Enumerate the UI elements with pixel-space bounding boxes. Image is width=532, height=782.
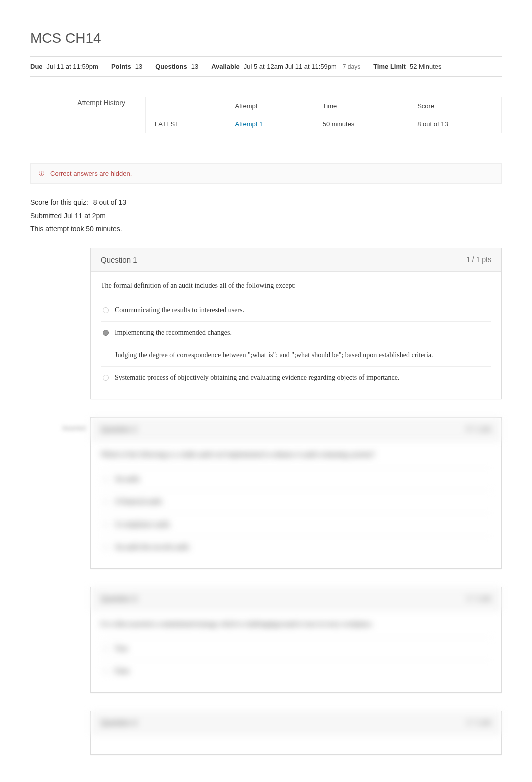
question-text: It is often asserted a commitment/strate… bbox=[101, 620, 491, 628]
attempt-history-table: Attempt Time Score LATEST Attempt 1 50 m… bbox=[145, 97, 502, 133]
answer-option: True bbox=[101, 637, 491, 660]
answer-text: Communicating the results to interested … bbox=[115, 306, 244, 314]
question-card: Question 11 / 1 ptsThe formal definition… bbox=[90, 248, 502, 399]
question-card: Question 41 / 1 pts bbox=[90, 711, 502, 755]
col-score: Score bbox=[408, 97, 501, 115]
answer-option: Judging the degree of correspondence bet… bbox=[101, 344, 491, 366]
summary-score-value: 8 out of 13 bbox=[93, 198, 126, 206]
meta-questions-label: Questions bbox=[155, 63, 187, 70]
answer-text: True bbox=[115, 645, 128, 652]
summary-duration: This attempt took 50 minutes. bbox=[30, 222, 502, 236]
question-card: Question 31 / 1 ptsIt is often asserted … bbox=[90, 587, 502, 693]
col-time: Time bbox=[314, 97, 408, 115]
question-card: IncorrectQuestion 20 / 1 ptsWhich of the… bbox=[90, 417, 502, 569]
attempt-link[interactable]: Attempt 1 bbox=[235, 120, 263, 128]
quiz-title: MCS CH14 bbox=[30, 30, 502, 46]
question-points: 1 / 1 pts bbox=[466, 255, 491, 264]
answer-text: An audit-the-records audit. bbox=[115, 543, 190, 551]
answer-option: A compliance audit. bbox=[101, 513, 491, 536]
question-text: The formal definition of an audit includ… bbox=[101, 282, 491, 290]
radio-icon bbox=[103, 668, 109, 674]
answers-list: An audit.A financial audit.A compliance … bbox=[101, 468, 491, 558]
answer-option: Implementing the recommended changes. bbox=[101, 321, 491, 344]
meta-points-label: Points bbox=[111, 63, 131, 70]
answer-text: Judging the degree of correspondence bet… bbox=[115, 351, 433, 359]
attempt-history-section: Attempt History Attempt Time Score LATES… bbox=[30, 97, 502, 133]
summary-score: Score for this quiz: 8 out of 13 bbox=[30, 196, 502, 209]
answer-text: A financial audit. bbox=[115, 498, 163, 505]
meta-due-value: Jul 11 at 11:59pm bbox=[47, 63, 98, 70]
question-label: Question 2 bbox=[101, 425, 137, 433]
answers-list: TrueFalse bbox=[101, 637, 491, 682]
meta-available-duration: 7 days bbox=[343, 63, 360, 70]
answer-text: False bbox=[115, 667, 130, 675]
meta-questions: Questions 13 bbox=[155, 63, 198, 70]
grade-badge: Incorrect bbox=[58, 425, 86, 432]
meta-available: Available Jul 5 at 12am Jul 11 at 11:59p… bbox=[211, 63, 337, 70]
answer-text: Systematic process of objectively obtain… bbox=[115, 374, 399, 381]
answers-list: Communicating the results to interested … bbox=[101, 299, 491, 389]
meta-available-value: Jul 5 at 12am Jul 11 at 11:59pm bbox=[244, 63, 337, 70]
table-header-row: Attempt Time Score bbox=[146, 97, 502, 115]
radio-icon bbox=[103, 646, 109, 652]
summary-submitted: Submitted Jul 11 at 2pm bbox=[30, 209, 502, 223]
meta-due: Due Jul 11 at 11:59pm bbox=[30, 63, 98, 70]
question-header: Question 20 / 1 pts bbox=[91, 418, 501, 441]
radio-icon bbox=[103, 307, 109, 313]
question-points: 1 / 1 pts bbox=[466, 594, 491, 603]
table-row: LATEST Attempt 1 50 minutes 8 out of 13 bbox=[146, 115, 502, 133]
question-text: Which of the following is a viable audit… bbox=[101, 451, 491, 459]
meta-timelimit-label: Time Limit bbox=[373, 63, 406, 70]
meta-points-value: 13 bbox=[135, 63, 142, 70]
col-attempt: Attempt bbox=[226, 97, 314, 115]
row-latest: LATEST bbox=[146, 115, 226, 133]
question-points: 0 / 1 pts bbox=[466, 425, 491, 433]
radio-icon bbox=[103, 522, 109, 528]
answer-option: False bbox=[101, 660, 491, 682]
question-body: The formal definition of an audit includ… bbox=[91, 272, 501, 399]
question-points: 1 / 1 pts bbox=[466, 718, 491, 727]
col-blank bbox=[146, 97, 226, 115]
meta-due-label: Due bbox=[30, 63, 43, 70]
radio-icon bbox=[103, 544, 109, 550]
meta-timelimit: Time Limit 52 Minutes bbox=[373, 63, 441, 70]
answer-text: Implementing the recommended changes. bbox=[115, 329, 232, 336]
radio-icon bbox=[103, 330, 109, 336]
meta-questions-value: 13 bbox=[191, 63, 198, 70]
quiz-meta-bar: Due Jul 11 at 11:59pm Points 13 Question… bbox=[30, 56, 502, 77]
attempt-history-title: Attempt History bbox=[30, 97, 125, 133]
row-score: 8 out of 13 bbox=[408, 115, 501, 133]
question-header: Question 11 / 1 pts bbox=[91, 248, 501, 272]
answer-text: An audit. bbox=[115, 475, 141, 483]
meta-available-label: Available bbox=[211, 63, 240, 70]
question-label: Question 3 bbox=[101, 594, 137, 603]
notice-text: Correct answers are hidden. bbox=[50, 170, 132, 177]
question-label: Question 4 bbox=[101, 718, 137, 727]
question-body: Which of the following is a viable audit… bbox=[91, 441, 501, 568]
correct-answers-hidden-notice: ⓘ Correct answers are hidden. bbox=[30, 163, 502, 184]
answer-text: A compliance audit. bbox=[115, 520, 171, 528]
summary-score-label: Score for this quiz: bbox=[30, 198, 88, 206]
question-body: It is often asserted a commitment/strate… bbox=[91, 610, 501, 692]
question-label: Question 1 bbox=[101, 255, 137, 264]
radio-icon bbox=[103, 375, 109, 381]
meta-timelimit-value: 52 Minutes bbox=[410, 63, 442, 70]
question-body bbox=[91, 734, 501, 754]
row-time: 50 minutes bbox=[314, 115, 408, 133]
quiz-summary: Score for this quiz: 8 out of 13 Submitt… bbox=[30, 196, 502, 236]
answer-option: An audit-the-records audit. bbox=[101, 536, 491, 558]
question-header: Question 41 / 1 pts bbox=[91, 711, 501, 734]
answer-option: Systematic process of objectively obtain… bbox=[101, 366, 491, 389]
meta-points: Points 13 bbox=[111, 63, 142, 70]
info-icon: ⓘ bbox=[39, 170, 44, 177]
row-attempt[interactable]: Attempt 1 bbox=[226, 115, 314, 133]
radio-icon bbox=[103, 499, 109, 505]
question-header: Question 31 / 1 pts bbox=[91, 587, 501, 610]
answer-option: An audit. bbox=[101, 468, 491, 490]
answer-option: Communicating the results to interested … bbox=[101, 299, 491, 321]
answer-option: A financial audit. bbox=[101, 490, 491, 513]
radio-icon bbox=[103, 476, 109, 482]
